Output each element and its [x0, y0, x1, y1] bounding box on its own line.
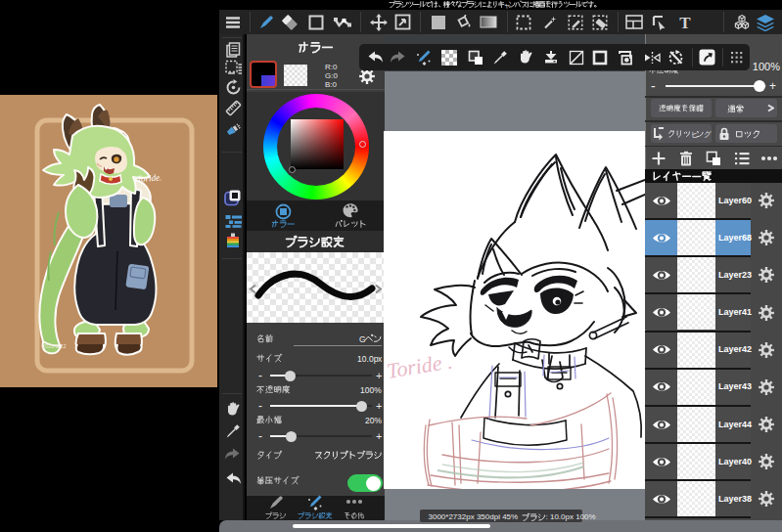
svg-text:T: T	[679, 15, 691, 30]
svg-text:x: x	[378, 354, 383, 364]
svg-text:%: %	[374, 416, 382, 425]
svg-text:Toride .: Toride .	[385, 349, 454, 383]
svg-text:Toride.: Toride.	[136, 172, 161, 184]
svg-text:G: G	[359, 334, 366, 344]
svg-text:%: %	[374, 385, 382, 395]
svg-text:グ: グ	[704, 130, 712, 139]
svg-text:2022.6.22: 2022.6.22	[42, 343, 66, 349]
